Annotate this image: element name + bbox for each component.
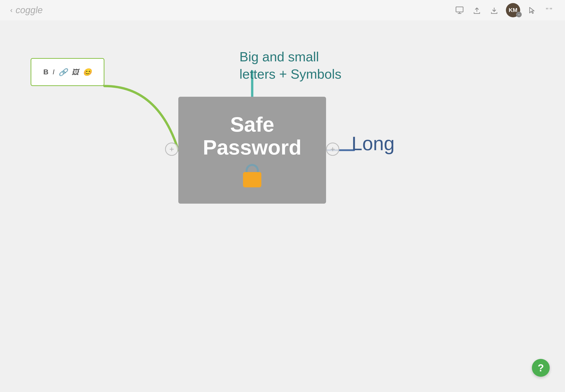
back-button[interactable]: ‹ bbox=[10, 6, 12, 14]
central-node-title: Safe Password bbox=[203, 113, 301, 159]
add-right-label: + bbox=[330, 145, 335, 154]
download-button[interactable] bbox=[489, 5, 500, 16]
central-node[interactable]: Safe Password bbox=[178, 97, 326, 204]
branch-blue-text: Long bbox=[352, 133, 395, 154]
cursor-button[interactable] bbox=[526, 5, 537, 16]
branch-teal-line2: letters + Symbols bbox=[239, 66, 341, 83]
central-title-line2: Password bbox=[203, 136, 301, 159]
branch-label-teal: Big and small letters + Symbols bbox=[239, 48, 341, 83]
lock-shackle bbox=[246, 164, 259, 172]
link-button[interactable]: 🔗 bbox=[59, 68, 68, 76]
canvas: B I 🔗 🖼 😊 Big and small letters + Symbol… bbox=[0, 20, 565, 392]
branch-label-blue: Long bbox=[352, 132, 395, 155]
branch-teal-line1: Big and small bbox=[239, 48, 341, 66]
avatar[interactable]: KM - bbox=[506, 3, 520, 17]
emoji-button[interactable]: 😊 bbox=[83, 68, 92, 76]
download-icon bbox=[490, 6, 499, 15]
help-button[interactable]: ? bbox=[532, 359, 550, 377]
cursor-icon bbox=[528, 6, 536, 15]
central-title-line1: Safe bbox=[203, 113, 301, 136]
image-button[interactable]: 🖼 bbox=[72, 68, 79, 76]
app-logo: coggle bbox=[16, 5, 43, 16]
bold-button[interactable]: B bbox=[43, 68, 48, 76]
monitor-icon bbox=[455, 6, 464, 15]
toolbar-right: KM - " " bbox=[454, 3, 555, 17]
lock-icon bbox=[243, 164, 261, 187]
avatar-initials: KM bbox=[509, 7, 517, 13]
svg-text:": " bbox=[549, 6, 552, 14]
toolbar-left: ‹ coggle bbox=[10, 5, 43, 16]
format-toolbar-node[interactable]: B I 🔗 🖼 😊 bbox=[31, 58, 104, 86]
avatar-badge: - bbox=[516, 12, 522, 17]
add-branch-right-button[interactable]: + bbox=[326, 143, 339, 156]
add-branch-left-button[interactable]: + bbox=[165, 143, 178, 156]
quote-button[interactable]: " " bbox=[544, 5, 555, 16]
toolbar: ‹ coggle KM - bbox=[0, 0, 565, 20]
upload-icon bbox=[473, 6, 481, 15]
quote-icon: " " bbox=[545, 6, 554, 15]
italic-button[interactable]: I bbox=[52, 68, 55, 76]
svg-text:": " bbox=[546, 6, 548, 14]
add-left-label: + bbox=[169, 145, 174, 154]
monitor-button[interactable] bbox=[454, 5, 465, 16]
help-label: ? bbox=[538, 362, 544, 374]
lock-body bbox=[243, 172, 261, 187]
upload-button[interactable] bbox=[471, 5, 482, 16]
format-toolbar: B I 🔗 🖼 😊 bbox=[43, 68, 92, 76]
svg-rect-0 bbox=[456, 7, 463, 12]
